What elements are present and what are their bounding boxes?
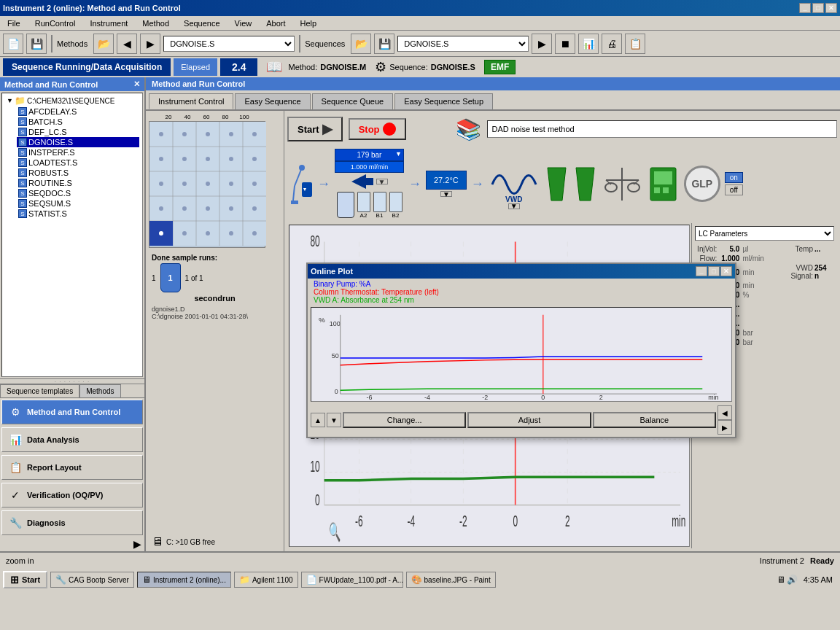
list-item[interactable]: S BATCH.S	[17, 117, 139, 127]
list-item[interactable]: S DGNOISE.S	[17, 137, 139, 147]
taskbar-item-agilent[interactable]: 📁 Agilent 1100	[234, 572, 298, 588]
menu-view[interactable]: View	[230, 18, 257, 29]
close-button[interactable]: ✕	[825, 3, 837, 13]
tree-root-item[interactable]: ▼ 📁 C:\CHEM32\1\SEQUENCE	[5, 95, 139, 106]
toolbar-new-btn[interactable]: 📄	[3, 34, 23, 54]
vwd-component[interactable]: VWD ▼	[489, 159, 540, 209]
plot-adjust-button[interactable]: Adjust	[467, 412, 591, 428]
window-controls[interactable]: _ □ ✕	[799, 3, 837, 13]
start-menu-button[interactable]: ⊞ Start	[3, 571, 47, 588]
tab-sequence-queue[interactable]: Sequence Queue	[312, 93, 394, 109]
plot-change-button[interactable]: Change...	[343, 412, 466, 428]
list-item[interactable]: S DEF_LC.S	[17, 127, 139, 137]
nav-item-report-layout[interactable]: 📋 Report Layout	[1, 455, 143, 480]
menu-method[interactable]: Method	[138, 18, 174, 29]
thermostat-component[interactable]: 27.2°C ▼	[426, 171, 467, 197]
plot-maximize-btn[interactable]: □	[708, 266, 720, 276]
tab-methods[interactable]: Methods	[79, 384, 120, 397]
toolbar-methods-fwd-btn[interactable]: ▶	[140, 34, 160, 54]
taskbar-item-instrument[interactable]: 🖥 Instrument 2 (online)...	[137, 572, 231, 588]
sequences-dropdown[interactable]: DGNOISE.S	[397, 36, 529, 52]
nav-item-verification[interactable]: ✓ Verification (OQ/PV)	[1, 483, 143, 508]
pump-pressure: 179 bar	[357, 151, 382, 159]
toolbar-seq-save-btn[interactable]: 💾	[374, 34, 394, 54]
lc-params-dropdown[interactable]: LC Parameters	[695, 226, 834, 241]
tab-sequence-templates[interactable]: Sequence templates	[0, 384, 79, 397]
thermostat-detail-btn[interactable]: ▼	[440, 191, 452, 197]
menu-instrument[interactable]: Instrument	[85, 18, 132, 29]
expand-arrow[interactable]: ▶	[0, 537, 144, 551]
taskbar-item-fwupdate[interactable]: 📄 FWUpdate_1100.pdf - A...	[301, 572, 403, 588]
plot-scroll-left-btn[interactable]: ◀	[718, 405, 732, 420]
glp-component[interactable]: GLP	[684, 166, 720, 202]
tab-easy-sequence-setup[interactable]: Easy Sequence Setup	[394, 93, 493, 109]
column-2[interactable]	[572, 164, 598, 204]
menu-sequence[interactable]: Sequence	[179, 18, 225, 29]
tab-easy-sequence[interactable]: Easy Sequence	[235, 93, 310, 109]
toolbar-methods-back-btn[interactable]: ◀	[117, 34, 137, 54]
toolbar-seq-btn3[interactable]: 📊	[578, 34, 599, 54]
toolbar-seq-btn2[interactable]: ⏹	[555, 34, 575, 54]
svg-point-17	[206, 157, 210, 161]
list-item[interactable]: S STATIST.S	[17, 209, 139, 219]
taskbar-item-paint[interactable]: 🎨 baseline.JPG - Paint	[406, 572, 496, 588]
plot-scroll-down-btn[interactable]: ▼	[327, 413, 341, 427]
menu-help[interactable]: Help	[296, 18, 322, 29]
sampler-component[interactable]: ▼	[287, 164, 313, 204]
list-item[interactable]: S SEQSUM.S	[17, 198, 139, 209]
stop-button[interactable]: Stop	[349, 118, 406, 140]
book-icon: 📖	[266, 59, 282, 75]
svg-point-26	[182, 206, 187, 211]
methods-dropdown[interactable]: DGNOISE.S	[163, 36, 295, 52]
column-1[interactable]	[544, 164, 569, 204]
toolbar-save-btn[interactable]: 💾	[26, 34, 47, 54]
toolbar-seq-load-btn[interactable]: 📂	[351, 34, 371, 54]
list-item[interactable]: S AFCDELAY.S	[17, 106, 139, 117]
list-item[interactable]: S SEQDOC.S	[17, 188, 139, 198]
pump-component[interactable]: 179 bar ▼ 1.000 ml/min ▼	[335, 149, 404, 219]
pump-detail-btn[interactable]: ▼	[376, 179, 388, 184]
list-item[interactable]: S ROBUST.S	[17, 168, 139, 178]
toolbar-seq-btn5[interactable]: 📋	[625, 34, 645, 54]
methods-label: Methods	[57, 39, 88, 48]
menu-file[interactable]: File	[3, 18, 25, 29]
list-item[interactable]: S INSTPERF.S	[17, 147, 139, 158]
plot-scroll-right-btn[interactable]: ▶	[718, 420, 732, 435]
sample-grid[interactable]: 1 21 41 61 81	[149, 121, 265, 248]
taskbar-item-cag[interactable]: 🔧 CAG Bootp Server	[50, 572, 134, 588]
maximize-button[interactable]: □	[812, 3, 824, 13]
expand-icon[interactable]: ▶	[133, 538, 141, 550]
tab-instrument-control[interactable]: Instrument Control	[149, 93, 233, 109]
emf-button[interactable]: EMF	[484, 60, 516, 74]
off-button[interactable]: off	[725, 184, 743, 195]
plot-window-controls[interactable]: _ □ ✕	[696, 266, 732, 276]
plot-titlebar: Online Plot _ □ ✕	[308, 264, 735, 279]
balance-component[interactable]	[602, 164, 642, 204]
data-system-component[interactable]	[647, 164, 680, 204]
minimize-button[interactable]: _	[799, 3, 811, 13]
nav-item-data-analysis[interactable]: 📊 Data Analysis	[1, 427, 143, 452]
plot-scroll-up-btn[interactable]: ▲	[311, 413, 325, 427]
toolbar-seq-btn1[interactable]: ▶	[532, 34, 552, 54]
toolbar-methods-load-btn[interactable]: 📂	[93, 34, 114, 54]
lc-param-value: 5.0	[721, 245, 739, 253]
ready-label: Ready	[810, 556, 834, 565]
list-item[interactable]: S LOADTEST.S	[17, 158, 139, 168]
start-button[interactable]: Start ▶	[287, 117, 343, 141]
list-item[interactable]: S ROUTINE.S	[17, 178, 139, 188]
file-icon: S	[18, 117, 27, 126]
plot-close-btn[interactable]: ✕	[720, 266, 732, 276]
menu-abort[interactable]: Abort	[262, 18, 289, 29]
toolbar-seq-btn4[interactable]: 🖨	[602, 34, 622, 54]
sidebar-resize-handle[interactable]: · · · · · · · ·	[0, 378, 144, 384]
nav-item-method-run-control[interactable]: ⚙ Method and Run Control	[1, 400, 143, 424]
on-button[interactable]: on	[725, 172, 743, 183]
plot-balance-button[interactable]: Balance	[593, 412, 716, 428]
vwd-detail-btn[interactable]: ▼	[508, 203, 520, 209]
plot-minimize-btn[interactable]: _	[696, 266, 707, 276]
menu-runcontrol[interactable]: RunControl	[31, 18, 80, 29]
nav-item-diagnosis[interactable]: 🔧 Diagnosis	[1, 510, 143, 535]
svg-text:0: 0	[541, 394, 545, 401]
pump-info-icon[interactable]: ▼	[395, 150, 402, 158]
sidebar-close-icon[interactable]: ✕	[133, 79, 140, 89]
